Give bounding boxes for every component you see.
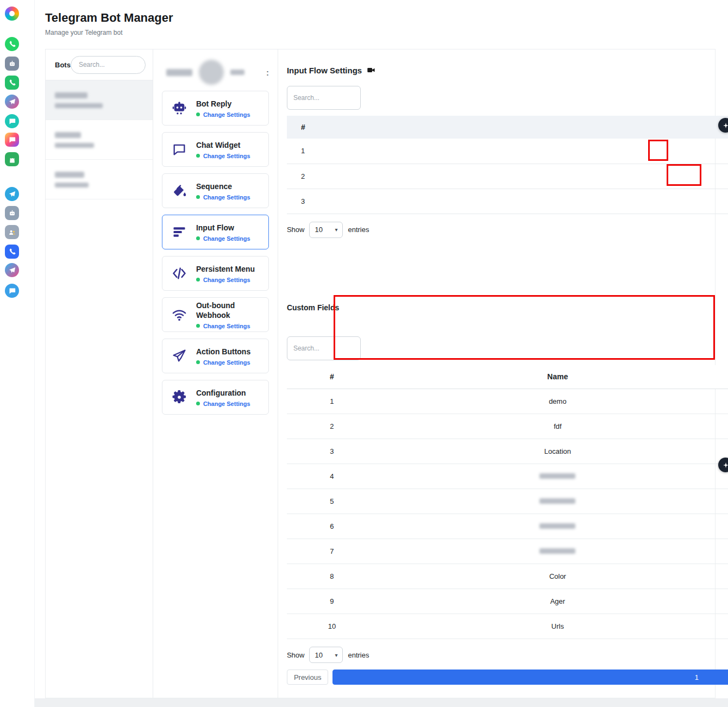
show-label: Show <box>287 651 305 659</box>
field-name <box>377 539 728 564</box>
campaign-row: 2 <box>287 164 728 189</box>
sms-chat-icon[interactable] <box>5 114 19 128</box>
custom-fields-search-input[interactable] <box>287 336 361 360</box>
page-size-select[interactable]: 10▾ <box>309 647 343 663</box>
row-number: 5 <box>287 489 377 514</box>
settings-card-chat-widget[interactable]: Chat Widget Change Settings <box>162 132 269 167</box>
custom-fields-title: Custom Fields <box>287 299 728 312</box>
telegram-bot-icon[interactable] <box>5 206 19 220</box>
paper-plane-icon <box>170 347 189 365</box>
main-panel: Bots : <box>45 49 716 698</box>
redacted-bot-handle <box>55 103 103 108</box>
change-settings-link[interactable]: Change Settings <box>203 323 250 329</box>
settings-card-title: Configuration <box>196 389 246 397</box>
chat-bubble-icon <box>170 140 189 159</box>
table-row: 3 Location Text 20th Sep 23 17:45 <box>287 439 728 464</box>
sparkle-icon <box>723 122 728 129</box>
row-number: 9 <box>287 589 377 614</box>
change-settings-link[interactable]: Change Settings <box>203 111 250 118</box>
chevron-down-icon: ▾ <box>335 227 337 233</box>
status-dot <box>196 236 200 240</box>
settings-card-bot-reply[interactable]: Bot Reply Change Settings <box>162 91 269 126</box>
bot-list-item[interactable] <box>46 160 153 199</box>
table-row: 7 Text 20th Sep 23 17:10 <box>287 539 728 564</box>
bots-title: Bots <box>55 61 71 69</box>
change-settings-link[interactable]: Change Settings <box>203 401 250 407</box>
change-settings-link[interactable]: Change Settings <box>203 235 250 242</box>
redacted-bot-handle <box>55 183 89 187</box>
previous-page-button[interactable]: Previous <box>287 670 329 685</box>
change-settings-link[interactable]: Change Settings <box>203 194 250 201</box>
settings-card-persistent-menu[interactable]: Persistent Menu Change Settings <box>162 256 269 291</box>
status-dot <box>196 360 200 364</box>
settings-card-configuration[interactable]: Configuration Change Settings <box>162 380 269 415</box>
settings-card-action-buttons[interactable]: Action Buttons Change Settings <box>162 339 269 373</box>
input-flow-toolbar: Create <box>287 85 728 110</box>
settings-card-sequence[interactable]: Sequence Change Settings <box>162 173 269 208</box>
code-icon <box>170 264 189 283</box>
custom-fields-section: Custom Fields Create # Name⇅ Reply T <box>287 299 728 685</box>
change-settings-link[interactable]: Change Settings <box>203 153 250 159</box>
row-number: 4 <box>287 464 377 489</box>
field-name <box>377 464 728 489</box>
telegram-broadcast-icon[interactable] <box>5 263 19 277</box>
livechat-icon[interactable] <box>5 284 19 298</box>
redacted-bot-title <box>230 70 244 75</box>
messenger-bot-icon[interactable] <box>5 57 19 71</box>
entries-label: entries <box>348 651 369 659</box>
chatpion-logo-icon[interactable] <box>5 7 19 21</box>
campaign-name <box>319 139 728 164</box>
custom-fields-header-row: # Name⇅ Reply Type⇅ Created at⇅ Actions <box>287 365 728 389</box>
bot-list-item[interactable] <box>46 80 153 120</box>
group-manager-icon[interactable] <box>5 225 19 239</box>
column-header-campaign[interactable]: Campaign Name⇅ <box>319 116 728 139</box>
bot-list-item[interactable] <box>46 120 153 160</box>
fill-bucket-icon <box>170 182 189 200</box>
column-header-name[interactable]: Name⇅ <box>377 365 728 389</box>
whatsapp-business-icon[interactable] <box>5 76 19 90</box>
input-flow-header: Input Flow Settings Options ▾ <box>287 49 728 82</box>
gear-icon <box>170 388 189 406</box>
campaign-search-input[interactable] <box>287 86 361 110</box>
field-name: Location <box>377 439 728 464</box>
logo-center <box>9 11 15 16</box>
settings-card-outbound-webhook[interactable]: Out-bound Webhook Change Settings <box>162 297 269 332</box>
page-subtitle: Manage your Telegram bot <box>45 29 173 36</box>
column-header-num: # <box>287 365 377 389</box>
entries-label: entries <box>348 226 369 234</box>
telegram-campaign-icon[interactable] <box>5 95 19 109</box>
page-title: Telegram Bot Manager <box>45 11 173 25</box>
whatsapp-icon[interactable] <box>5 37 19 51</box>
custom-fields-toolbar: Create <box>287 336 728 361</box>
sparkle-icon <box>723 462 728 468</box>
field-name <box>377 489 728 514</box>
field-name: Color <box>377 564 728 589</box>
robot-icon <box>170 99 189 117</box>
telegram-icon[interactable] <box>5 187 19 201</box>
change-settings-link[interactable]: Change Settings <box>203 277 250 283</box>
settings-panel: : Bot Reply Change Settings Chat Widget … <box>153 49 278 698</box>
row-number: 3 <box>287 439 377 464</box>
table-row: 9 Ager Number 2nd Oct 22 15:24 <box>287 589 728 614</box>
field-name: Urls <box>377 614 728 639</box>
custom-fields-tbody: 1 demo Text 30th Sep 23 11:35 2 fdf Text… <box>287 389 728 639</box>
bot-avatar <box>199 60 224 85</box>
row-number: 7 <box>287 539 377 564</box>
page-button-1[interactable]: 1 <box>332 670 728 685</box>
status-dot <box>196 278 200 281</box>
table-row: 1 demo Text 30th Sep 23 11:35 <box>287 389 728 414</box>
table-row: 4 Text 20th Sep 23 17:16 <box>287 464 728 489</box>
settings-card-title: Out-bound Webhook <box>196 301 235 320</box>
settings-card-input-flow[interactable]: Input Flow Change Settings <box>162 215 269 249</box>
change-settings-link[interactable]: Change Settings <box>203 359 250 366</box>
page-size-select[interactable]: 10▾ <box>309 222 343 238</box>
omnichannel-icon[interactable] <box>5 133 19 147</box>
status-dot <box>196 402 200 405</box>
campaign-name <box>319 189 728 214</box>
bots-search-input[interactable] <box>71 56 146 74</box>
status-dot <box>196 112 200 116</box>
field-name <box>377 514 728 539</box>
row-number: 1 <box>287 389 377 414</box>
ecommerce-icon[interactable] <box>5 152 19 166</box>
voice-call-icon[interactable] <box>5 245 19 259</box>
